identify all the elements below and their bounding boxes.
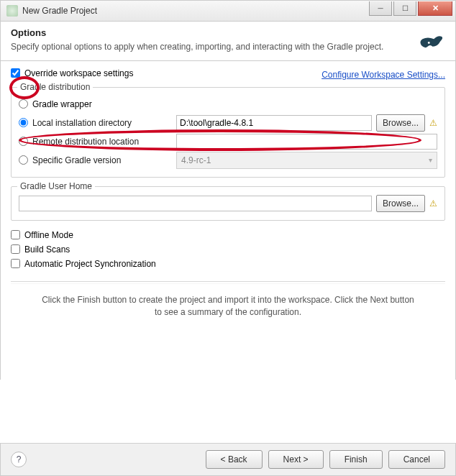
wizard-body: Override workspace settings Configure Wo… <box>0 61 456 380</box>
wizard-header: Options Specify optional options to appl… <box>0 22 456 61</box>
remote-location-radio[interactable] <box>19 137 28 146</box>
svg-point-0 <box>428 42 430 44</box>
close-button[interactable]: ✕ <box>418 1 452 16</box>
minimize-button[interactable]: ─ <box>369 1 392 16</box>
warning-icon: ⚠ <box>429 118 437 128</box>
window-controls: ─ ☐ ✕ <box>368 1 452 16</box>
cancel-button[interactable]: Cancel <box>388 450 445 469</box>
gradle-user-home-legend: Gradle User Home <box>17 181 95 191</box>
override-row[interactable]: Override workspace settings <box>11 68 133 78</box>
gradle-logo-icon <box>415 30 445 50</box>
configure-workspace-link[interactable]: Configure Workspace Settings... <box>322 70 445 80</box>
wizard-footer: ? < Back Next > Finish Cancel <box>0 443 456 476</box>
chevron-down-icon: ▾ <box>429 156 432 164</box>
gradle-distribution-group: Gradle distribution Gradle wrapper Local… <box>11 87 445 178</box>
gradle-distribution-legend: Gradle distribution <box>17 82 93 92</box>
back-button[interactable]: < Back <box>206 450 263 469</box>
page-title: Options <box>11 27 408 38</box>
page-description: Specify optional options to apply when c… <box>11 41 408 53</box>
gradle-user-home-group: Gradle User Home Browse... ⚠ <box>11 186 445 221</box>
local-install-radio[interactable] <box>19 118 28 127</box>
maximize-button[interactable]: ☐ <box>393 1 416 16</box>
autosync-checkbox[interactable] <box>11 259 20 268</box>
info-text: Click the Finish button to create the pr… <box>11 294 445 319</box>
offline-mode-label: Offline Mode <box>24 230 73 240</box>
build-scans-row[interactable]: Build Scans <box>11 242 445 257</box>
warning-icon: ⚠ <box>429 198 437 209</box>
local-browse-button[interactable]: Browse... <box>376 114 425 132</box>
remote-location-input <box>176 134 437 150</box>
specific-version-radio[interactable] <box>19 155 28 165</box>
gradle-user-home-input[interactable] <box>19 196 372 211</box>
remote-location-label: Remote distribution location <box>32 137 176 147</box>
offline-mode-checkbox[interactable] <box>11 230 20 239</box>
gradle-wrapper-label: Gradle wrapper <box>32 99 92 109</box>
app-icon <box>6 5 18 17</box>
autosync-label: Automatic Project Synchronization <box>24 259 156 269</box>
specific-version-select: 4.9-rc-1 ▾ <box>176 152 437 169</box>
finish-button[interactable]: Finish <box>329 450 383 469</box>
override-label: Override workspace settings <box>24 68 133 78</box>
separator <box>11 281 445 284</box>
build-scans-label: Build Scans <box>24 244 70 255</box>
override-checkbox[interactable] <box>11 68 20 78</box>
user-home-browse-button[interactable]: Browse... <box>376 195 425 212</box>
options-block: Offline Mode Build Scans Automatic Proje… <box>11 228 445 271</box>
offline-mode-row[interactable]: Offline Mode <box>11 228 445 242</box>
window-titlebar: New Gradle Project ─ ☐ ✕ <box>0 0 456 22</box>
specific-version-value: 4.9-rc-1 <box>181 155 211 165</box>
local-install-input[interactable] <box>176 115 372 131</box>
gradle-wrapper-radio[interactable] <box>19 99 28 109</box>
build-scans-checkbox[interactable] <box>11 244 20 254</box>
next-button[interactable]: Next > <box>268 450 324 469</box>
specific-version-label: Specific Gradle version <box>32 155 176 165</box>
local-install-label: Local installation directory <box>32 118 176 128</box>
window-title: New Gradle Project <box>22 6 368 16</box>
autosync-row[interactable]: Automatic Project Synchronization <box>11 257 445 271</box>
help-icon[interactable]: ? <box>11 452 27 467</box>
